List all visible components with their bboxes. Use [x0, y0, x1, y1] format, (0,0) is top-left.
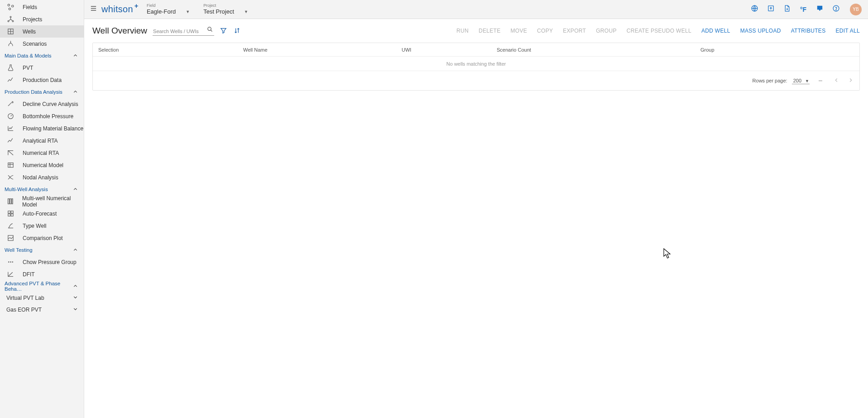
file-download-icon[interactable] [782, 5, 792, 14]
sidebar-item-dfit[interactable]: DFIT [0, 268, 84, 280]
sidebar-item-chow[interactable]: Chow Pressure Group [0, 256, 84, 268]
sidebar-item-analytical-rta[interactable]: Analytical RTA [0, 135, 84, 147]
sidebar-group-label: Production Data Analysis [5, 89, 62, 95]
sidebar-item-projects[interactable]: Projects [0, 13, 84, 25]
export-button[interactable]: EXPORT [563, 28, 586, 34]
table-header: Selection Well Name UWI Scenario Count G… [93, 43, 859, 57]
next-page-button[interactable] [846, 77, 856, 85]
brand-logo[interactable]: whitson+ [101, 4, 139, 14]
sidebar-item-label: Nodal Analysis [23, 174, 58, 181]
sidebar-item-bhp[interactable]: Bottomhole Pressure [0, 110, 84, 122]
chevron-down-icon [72, 306, 78, 313]
sidebar-item-label: Multi-well Numerical Model [22, 195, 84, 208]
sidebar-subgroup-gas-eor[interactable]: Gas EOR PVT [0, 304, 84, 316]
mass-upload-button[interactable]: MASS UPLOAD [740, 28, 781, 34]
menu-toggle-button[interactable] [87, 5, 100, 14]
sidebar-group-well-testing[interactable]: Well Testing [0, 244, 84, 256]
temperature-unit-button[interactable]: °F [798, 6, 808, 13]
delete-button[interactable]: DELETE [479, 28, 500, 34]
rows-per-page-selector[interactable]: 200 ▼ [792, 77, 810, 84]
field-selector-value: Eagle-Ford [147, 8, 176, 15]
chevron-up-icon [72, 283, 78, 290]
col-selection[interactable]: Selection [93, 47, 238, 53]
sidebar-item-label: Wells [23, 29, 36, 35]
user-avatar[interactable]: YB [850, 4, 862, 15]
sidebar-item-production-data[interactable]: Production Data [0, 74, 84, 86]
sidebar-item-fmb[interactable]: Flowing Material Balance [0, 122, 84, 135]
sidebar-group-production-analysis[interactable]: Production Data Analysis [0, 86, 84, 98]
search-input[interactable] [153, 26, 214, 36]
table-empty-message: No wells matching the filter [93, 57, 859, 71]
chevron-up-icon [72, 186, 78, 193]
col-scenario-count[interactable]: Scenario Count [491, 47, 695, 53]
line-icon [6, 76, 14, 84]
run-button[interactable]: RUN [456, 28, 469, 34]
sidebar-subgroup-virtual-pvt[interactable]: Virtual PVT Lab [0, 292, 84, 304]
col-uwi[interactable]: UWI [396, 47, 491, 53]
svg-point-4 [8, 20, 9, 22]
pager [831, 77, 856, 85]
sidebar-item-type-well[interactable]: Type Well [0, 220, 84, 232]
sidebar-item-numerical-model[interactable]: Numerical Model [0, 159, 84, 171]
rows-per-page: Rows per page: 200 ▼ [753, 77, 810, 84]
sidebar-item-auto-forecast[interactable]: Auto-Forecast [0, 207, 84, 220]
sidebar-group-main-data[interactable]: Main Data & Models [0, 50, 84, 62]
help-icon[interactable] [831, 5, 841, 14]
brand-plus: + [134, 2, 139, 10]
svg-point-3 [10, 16, 11, 18]
sidebar-item-numerical-rta[interactable]: Numerical RTA [0, 147, 84, 159]
upload-icon[interactable] [766, 5, 776, 14]
create-pseudo-well-button[interactable]: CREATE PSEUDO WELL [627, 28, 691, 34]
sidebar-item-dca[interactable]: Decline Curve Analysis [0, 98, 84, 110]
dfit-icon [6, 270, 14, 279]
project-selector-label: Project [203, 4, 248, 8]
sidebar-item-nodal[interactable]: Nodal Analysis [0, 171, 84, 183]
sidebar-item-pvt[interactable]: PVT [0, 62, 84, 74]
dots-icon [6, 258, 14, 266]
flask-icon [6, 64, 14, 72]
sidebar-item-multiwell-model[interactable]: Multi-well Numerical Model [0, 195, 84, 207]
copy-button[interactable]: COPY [537, 28, 553, 34]
hub-icon [6, 15, 14, 24]
move-button[interactable]: MOVE [510, 28, 527, 34]
sort-button[interactable] [232, 26, 241, 35]
project-selector[interactable]: Project Test Project ▼ [203, 4, 248, 15]
prev-page-button[interactable] [831, 77, 841, 85]
edit-all-button[interactable]: EDIT ALL [835, 28, 860, 34]
content-area: Selection Well Name UWI Scenario Count G… [84, 43, 868, 418]
sidebar-group-label: Main Data & Models [5, 53, 52, 58]
sidebar-item-label: Scenarios [23, 41, 47, 47]
add-well-button[interactable]: ADD WELL [701, 28, 730, 34]
svg-point-18 [12, 261, 13, 263]
globe-icon[interactable] [749, 5, 759, 14]
sidebar-item-label: Auto-Forecast [23, 211, 57, 217]
sidebar-item-label: Fields [23, 4, 37, 10]
sidebar-item-wells[interactable]: Wells [0, 25, 84, 38]
topbar-icons: °F YB [749, 4, 862, 15]
col-group[interactable]: Group [695, 47, 859, 53]
field-selector-label: Field [147, 4, 190, 8]
col-well-name[interactable]: Well Name [238, 47, 396, 53]
page-title: Well Overview [92, 26, 147, 36]
table-footer: Rows per page: 200 ▼ [93, 71, 859, 90]
field-selector[interactable]: Field Eagle-Ford ▼ [147, 4, 190, 15]
sidebar-item-label: Bottomhole Pressure [23, 113, 73, 120]
svg-point-5 [12, 20, 14, 22]
group-button[interactable]: GROUP [596, 28, 617, 34]
svg-rect-7 [8, 163, 13, 168]
filter-button[interactable] [219, 26, 228, 35]
sidebar: Fields Projects Wells Scenarios Main Dat… [0, 0, 84, 418]
sidebar-item-comparison-plot[interactable]: Comparison Plot [0, 232, 84, 244]
svg-rect-14 [11, 214, 13, 216]
feedback-icon[interactable] [815, 5, 825, 14]
sidebar-group-multi-well[interactable]: Multi-Well Analysis [0, 183, 84, 195]
svg-rect-13 [8, 214, 10, 216]
sidebar-item-fields[interactable]: Fields [0, 1, 84, 13]
attributes-button[interactable]: ATTRIBUTES [791, 28, 826, 34]
search-icon[interactable] [206, 26, 213, 34]
sidebar-group-advanced-pvt[interactable]: Advanced PVT & Phase Beha… [0, 280, 84, 292]
sidebar-item-scenarios[interactable]: Scenarios [0, 38, 84, 50]
sidebar-group-label: Well Testing [5, 247, 33, 253]
svg-rect-12 [11, 211, 13, 213]
chevron-up-icon [72, 89, 78, 96]
